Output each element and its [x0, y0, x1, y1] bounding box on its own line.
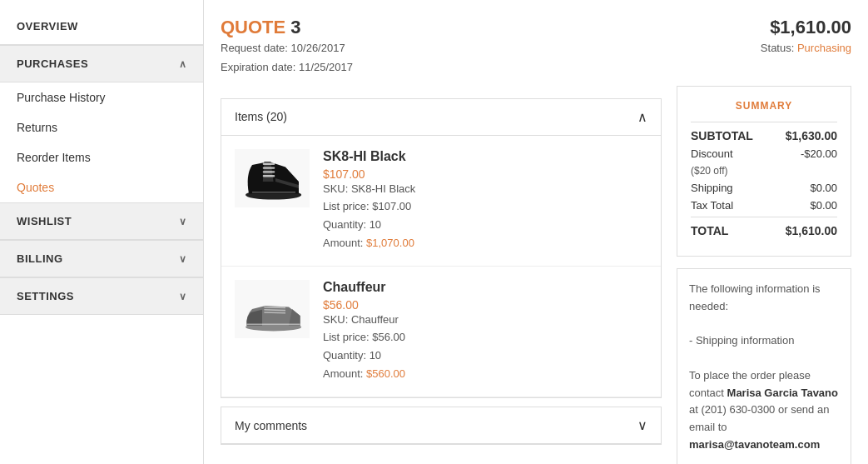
product-list-price: List price: $107.00: [323, 197, 647, 216]
sidebar-item-purchases[interactable]: PURCHASES ∧: [0, 45, 203, 82]
sidebar-item-billing[interactable]: BILLING ∨: [0, 240, 203, 277]
items-panel-header[interactable]: Items (20) ∧: [221, 99, 661, 136]
list-item: Chauffeur $56.00 SKU: Chauffeur List pri…: [221, 267, 661, 397]
sidebar-item-reorder[interactable]: Reorder Items: [0, 142, 203, 172]
main-content: QUOTE 3 Request date: 10/26/2017 Expirat…: [204, 0, 868, 464]
product-image: [235, 280, 310, 338]
product-amount: Amount: $560.00: [323, 365, 647, 383]
right-panel: SUMMARY SUBTOTAL $1,630.00 Discount -$20…: [677, 86, 851, 464]
sidebar-item-quotes[interactable]: Quotes: [0, 172, 203, 202]
quote-title: QUOTE 3: [221, 17, 353, 38]
product-name: Chauffeur: [323, 280, 647, 295]
svg-rect-3: [263, 171, 275, 172]
quote-status: Status: Purchasing: [761, 42, 851, 54]
sidebar-item-settings[interactable]: SETTINGS ∨: [0, 277, 203, 315]
quote-meta: Request date: 10/26/2017 Expiration date…: [221, 38, 353, 77]
svg-rect-2: [263, 167, 275, 168]
summary-title: SUMMARY: [691, 100, 837, 112]
product-image: [235, 149, 310, 207]
discount-note: ($20 off): [691, 165, 837, 177]
comments-panel: My comments ∨: [221, 407, 662, 445]
info-box: The following information is needed: - S…: [677, 268, 851, 464]
comments-panel-title: My comments: [235, 419, 307, 432]
contact-email: marisa@tavanoteam.com: [689, 438, 820, 451]
svg-rect-4: [263, 175, 275, 177]
chevron-down-icon: ∨: [179, 253, 187, 265]
product-sku: SKU: Chauffeur: [323, 313, 647, 326]
product-details: Chauffeur $56.00 SKU: Chauffeur List pri…: [323, 280, 647, 383]
sidebar-item-returns[interactable]: Returns: [0, 112, 203, 142]
product-quantity: Quantity: 10: [323, 216, 647, 234]
product-amount: Amount: $1,070.00: [323, 234, 647, 252]
product-price: $56.00: [323, 298, 647, 312]
comments-panel-header[interactable]: My comments ∨: [221, 407, 661, 444]
items-panel-title: Items (20): [235, 110, 287, 123]
sidebar-item-wishlist[interactable]: WISHLIST ∨: [0, 202, 203, 240]
summary-total-row: TOTAL $1,610.00: [691, 217, 837, 237]
product-price: $107.00: [323, 167, 647, 181]
product-list-price: List price: $56.00: [323, 328, 647, 347]
summary-subtotal-row: SUBTOTAL $1,630.00: [691, 122, 837, 142]
summary-discount-row: Discount -$20.00: [691, 147, 837, 160]
chevron-up-icon: ∧: [179, 58, 187, 70]
items-panel: Items (20) ∧: [221, 98, 662, 399]
summary-shipping-row: Shipping $0.00: [691, 182, 837, 194]
chevron-down-icon: ∨: [179, 216, 187, 227]
shoe-lowtop-image: [239, 284, 305, 334]
chevron-down-icon: ∨: [637, 417, 647, 433]
chevron-up-icon: ∧: [637, 109, 647, 125]
summary-box: SUMMARY SUBTOTAL $1,630.00 Discount -$20…: [677, 86, 851, 257]
summary-tax-row: Tax Total $0.00: [691, 199, 837, 212]
svg-rect-1: [263, 162, 275, 164]
quote-header: QUOTE 3 Request date: 10/26/2017 Expirat…: [221, 17, 851, 77]
sidebar-item-purchase-history[interactable]: Purchase History: [0, 82, 203, 112]
info-line-1: The following information is needed:: [689, 281, 839, 316]
quote-total: $1,610.00: [770, 17, 851, 38]
sidebar-item-overview[interactable]: OVERVIEW: [0, 8, 203, 45]
chevron-down-icon: ∨: [179, 291, 187, 302]
shoe-highttop-image: [239, 153, 305, 203]
product-sku: SKU: SK8-HI Black: [323, 182, 647, 195]
items-panel-body: SK8-HI Black $107.00 SKU: SK8-HI Black L…: [221, 136, 661, 398]
sidebar: OVERVIEW PURCHASES ∧ Purchase History Re…: [0, 0, 204, 464]
contact-name: Marisa Garcia Tavano: [727, 387, 838, 399]
product-details: SK8-HI Black $107.00 SKU: SK8-HI Black L…: [323, 149, 647, 252]
info-line-2: - Shipping information: [689, 332, 839, 350]
product-name: SK8-HI Black: [323, 149, 647, 164]
product-quantity: Quantity: 10: [323, 347, 647, 365]
list-item: SK8-HI Black $107.00 SKU: SK8-HI Black L…: [221, 136, 661, 267]
info-line-3: To place the order please contact Marisa…: [689, 367, 839, 454]
